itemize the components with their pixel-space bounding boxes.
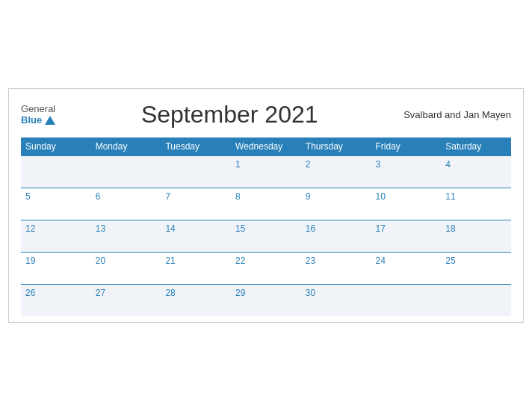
day-number: 19 — [25, 256, 35, 266]
logo: General Blue — [21, 104, 55, 126]
calendar-cell: 15 — [231, 220, 301, 253]
day-number: 1 — [235, 159, 241, 170]
calendar-cell: 21 — [161, 253, 231, 285]
day-number: 14 — [165, 223, 175, 234]
day-number: 18 — [445, 223, 455, 234]
day-number: 4 — [445, 159, 451, 170]
day-number: 29 — [235, 288, 245, 298]
day-number: 12 — [25, 223, 35, 234]
calendar-cell: 26 — [21, 285, 91, 317]
calendar-header-row: Sunday Monday Tuesday Wednesday Thursday… — [21, 137, 511, 156]
calendar-cell: 12 — [21, 220, 91, 253]
day-number: 22 — [235, 256, 245, 266]
day-number: 25 — [445, 256, 455, 266]
day-number: 11 — [445, 191, 455, 202]
logo-triangle-icon — [45, 116, 55, 125]
calendar-cell: 29 — [231, 285, 301, 317]
region-label: Svalbard and Jan Mayen — [403, 109, 511, 120]
day-number: 24 — [376, 256, 386, 266]
calendar-cell: 10 — [371, 188, 442, 220]
calendar-cell: 17 — [371, 220, 442, 253]
day-number: 28 — [165, 288, 175, 298]
day-number: 3 — [376, 159, 381, 170]
day-number: 15 — [235, 223, 245, 234]
day-number: 21 — [165, 256, 175, 266]
logo-general-text: General — [21, 104, 55, 114]
day-number: 13 — [96, 223, 105, 234]
day-number: 2 — [306, 159, 311, 170]
day-number: 10 — [376, 191, 386, 202]
col-wednesday: Wednesday — [231, 137, 301, 156]
calendar-cell: 18 — [441, 220, 511, 253]
day-number: 16 — [306, 223, 315, 234]
day-number: 26 — [25, 288, 35, 298]
calendar-cell: 13 — [91, 220, 161, 253]
calendar-cell: 3 — [371, 156, 442, 188]
calendar-cell: 23 — [301, 253, 371, 285]
calendar-cell: 19 — [21, 253, 91, 285]
day-number: 27 — [96, 288, 105, 298]
calendar-cell — [371, 285, 442, 317]
calendar-cell: 8 — [231, 188, 301, 220]
calendar-cell: 24 — [371, 253, 442, 285]
day-number: 20 — [96, 256, 105, 266]
calendar-cell: 16 — [301, 220, 371, 253]
calendar-header: General Blue September 2021 Svalbard and… — [21, 101, 511, 129]
calendar-cell: 6 — [91, 188, 161, 220]
calendar-cell: 9 — [301, 188, 371, 220]
day-number: 7 — [165, 191, 170, 202]
calendar-title: September 2021 — [55, 101, 403, 129]
day-number: 5 — [25, 191, 31, 202]
calendar-cell: 1 — [231, 156, 301, 188]
calendar-cell: 30 — [301, 285, 371, 317]
col-tuesday: Tuesday — [161, 137, 231, 156]
col-saturday: Saturday — [441, 137, 511, 156]
calendar-cell — [21, 156, 91, 188]
calendar-cell — [91, 156, 161, 188]
calendar-container: General Blue September 2021 Svalbard and… — [8, 88, 524, 323]
logo-blue-text: Blue — [21, 114, 42, 126]
col-monday: Monday — [91, 137, 161, 156]
calendar-cell: 28 — [161, 285, 231, 317]
calendar-cell: 4 — [441, 156, 511, 188]
day-number: 6 — [96, 191, 101, 202]
calendar-cell: 25 — [441, 253, 511, 285]
logo-blue-area: Blue — [21, 114, 55, 126]
day-number: 8 — [235, 191, 241, 202]
calendar-cell — [441, 285, 511, 317]
calendar-cell: 2 — [301, 156, 371, 188]
day-number: 23 — [306, 256, 315, 266]
day-number: 30 — [306, 288, 315, 298]
calendar-grid: Sunday Monday Tuesday Wednesday Thursday… — [21, 137, 511, 316]
day-number: 17 — [376, 223, 386, 234]
col-sunday: Sunday — [21, 137, 91, 156]
day-number: 9 — [306, 191, 311, 202]
calendar-cell: 27 — [91, 285, 161, 317]
calendar-body: 1234567891011121314151617181920212223242… — [21, 156, 511, 317]
calendar-cell — [161, 156, 231, 188]
calendar-cell: 11 — [441, 188, 511, 220]
col-friday: Friday — [371, 137, 442, 156]
calendar-cell: 7 — [161, 188, 231, 220]
calendar-cell: 14 — [161, 220, 231, 253]
calendar-cell: 20 — [91, 253, 161, 285]
col-thursday: Thursday — [301, 137, 371, 156]
calendar-cell: 22 — [231, 253, 301, 285]
calendar-cell: 5 — [21, 188, 91, 220]
